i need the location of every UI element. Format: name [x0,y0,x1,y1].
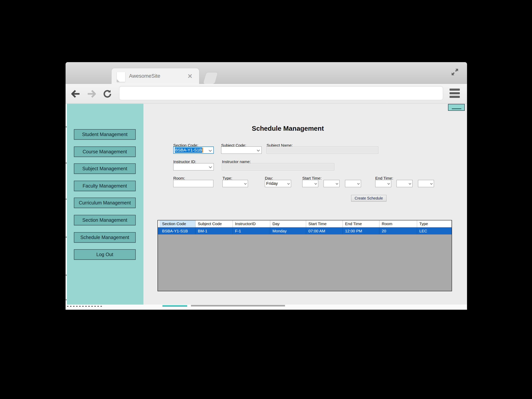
column-header-type[interactable]: Type [417,220,452,227]
column-header-room[interactable]: Room [380,220,417,227]
browser-toolbar [66,84,467,104]
section-code-value: BSBA-Y1-S1B [175,147,202,153]
page-title: Schedule Management [210,125,366,132]
section-code-select[interactable]: BSBA-Y1-S1B [173,146,214,154]
column-header-day[interactable]: Day [270,220,306,227]
chevron-down-icon [387,182,390,185]
sidebar-item-course-management[interactable]: Course Management [74,146,136,157]
chevron-down-icon [257,149,260,152]
app-minimize-button[interactable] [448,104,465,111]
start-time-hour-select[interactable] [302,180,318,187]
chevron-down-icon [336,182,338,185]
end-time-minute-select[interactable] [397,180,412,187]
desktop-background: AwesomeSite ✕ [0,0,532,399]
horizontal-scrollbar[interactable] [191,305,285,306]
subject-name-field [266,146,378,154]
cell-start-time: 07:00 AM [306,228,343,234]
chevron-down-icon [244,182,247,185]
sidebar-item-log-out[interactable]: Log Out [74,249,136,260]
create-schedule-button[interactable]: Create Schedule [351,195,386,201]
table-header-row: Section Code Subject Code InstructorID D… [158,220,452,228]
column-header-start-time[interactable]: Start Time [306,220,343,227]
fullscreen-icon[interactable] [450,67,459,76]
end-time-ampm-select[interactable] [418,180,434,187]
room-input[interactable] [173,180,213,187]
table-row-selected[interactable]: BSBA-Y1-S1B BM-1 F-1 Monday 07:00 AM 12:… [158,228,452,234]
schedule-table: Section Code Subject Code InstructorID D… [158,220,452,291]
cell-section-code: BSBA-Y1-S1B [160,228,196,234]
cell-day: Monday [270,228,306,234]
menu-icon[interactable] [450,89,460,99]
column-header-end-time[interactable]: End Time [343,220,380,227]
end-time-hour-select[interactable] [375,180,391,187]
clipped-left-content [66,104,67,304]
chevron-down-icon [409,182,411,185]
day-value: Friday [266,181,278,186]
new-tab-button[interactable] [203,72,218,84]
browser-titlebar: AwesomeSite ✕ [66,62,467,84]
day-select[interactable]: Friday [265,180,291,187]
instructor-id-select[interactable] [173,163,214,171]
cell-instructor-id: F-1 [233,228,270,234]
subject-code-select[interactable] [221,146,262,154]
page-content: Student Management Course Management Sub… [66,104,467,310]
forward-button[interactable] [86,89,96,99]
sidebar: Student Management Course Management Sub… [67,104,143,304]
column-header-instructor-id[interactable]: InstructorID [233,220,270,227]
clipped-teal-element [162,305,187,307]
page-favicon-icon [117,72,125,82]
sidebar-item-subject-management[interactable]: Subject Management [74,163,136,174]
column-header-subject-code[interactable]: Subject Code [196,220,233,227]
browser-window: AwesomeSite ✕ [66,62,467,310]
cell-end-time: 12:00 PM [343,228,380,234]
cell-room: 20 [380,228,417,234]
sidebar-item-schedule-management[interactable]: Schedule Management [74,232,136,243]
row-header-strip [158,228,160,234]
cell-type: LEC [417,228,452,234]
text-caret [202,148,203,152]
chevron-down-icon [357,182,360,185]
tab-close-icon[interactable]: ✕ [186,72,194,80]
cell-subject-code: BM-1 [196,228,233,234]
address-bar-input[interactable] [119,86,443,100]
type-select[interactable] [222,180,248,187]
sidebar-item-section-management[interactable]: Section Management [74,215,136,225]
chevron-down-icon [209,149,212,152]
sidebar-item-faculty-management[interactable]: Faculty Management [74,181,136,191]
row-header-strip [158,220,160,227]
minimize-icon [452,108,461,109]
sidebar-item-curriculum-management[interactable]: Curriculum Management [74,198,136,208]
tab-title: AwesomeSite [129,68,160,84]
chevron-down-icon [430,182,433,185]
chevron-down-icon [209,165,212,168]
sidebar-item-student-management[interactable]: Student Management [74,129,136,140]
back-button[interactable] [71,89,81,99]
instructor-name-field [222,163,334,171]
chevron-down-icon [287,182,290,185]
browser-tab[interactable]: AwesomeSite ✕ [111,68,199,84]
chevron-down-icon [314,182,317,185]
clipped-bottom-text [67,306,103,307]
start-time-ampm-select[interactable] [345,180,361,187]
reload-button[interactable] [102,89,112,99]
column-header-section-code[interactable]: Section Code [160,220,196,227]
start-time-minute-select[interactable] [323,180,340,187]
